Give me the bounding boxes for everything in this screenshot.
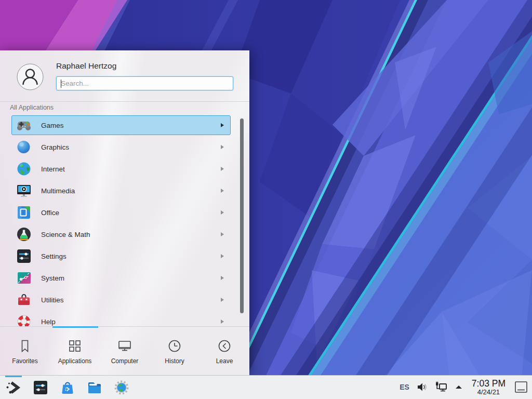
launcher-tabbar: Favorites Applications Computer	[0, 326, 249, 375]
menu-item-internet[interactable]: Internet	[11, 159, 231, 179]
user-name: Raphael Hertzog	[56, 61, 116, 71]
submenu-arrow-icon	[221, 210, 224, 215]
clock-date: 4/24/21	[472, 389, 506, 396]
submenu-arrow-icon	[221, 320, 224, 324]
text-caret	[61, 79, 61, 88]
application-launcher-popup: Raphael Hertzog All Applications	[0, 50, 249, 375]
submenu-arrow-icon	[221, 254, 224, 258]
office-doc-icon	[16, 204, 32, 221]
tab-favorites[interactable]: Favorites	[0, 327, 50, 375]
taskbar-panel: ES 7:03 PM 4/24/21	[0, 375, 532, 399]
keyboard-layout-indicator[interactable]: ES	[400, 383, 409, 391]
bookmark-icon	[17, 338, 33, 354]
submenu-arrow-icon	[221, 298, 224, 302]
submenu-arrow-icon	[221, 145, 224, 149]
leave-icon	[217, 338, 232, 354]
menu-item-office[interactable]: Office	[11, 203, 231, 222]
show-desktop-icon	[514, 381, 528, 393]
menu-item-utilities[interactable]: Utilities	[11, 290, 231, 310]
file-manager-button[interactable]	[84, 376, 105, 399]
tab-applications[interactable]: Applications	[50, 327, 100, 375]
submenu-arrow-icon	[221, 276, 224, 280]
tab-leave[interactable]: Leave	[200, 327, 249, 375]
system-tray: ES 7:03 PM 4/24/21	[400, 379, 532, 395]
user-avatar-icon[interactable]	[17, 63, 44, 90]
expand-tray-icon[interactable]	[455, 384, 463, 390]
search-box	[56, 76, 233, 90]
system-sliders-icon	[16, 270, 32, 286]
network-icon[interactable]	[434, 381, 448, 393]
tab-computer[interactable]: Computer	[100, 327, 150, 375]
discover-button[interactable]	[57, 376, 78, 399]
menu-item-settings[interactable]: Settings	[11, 246, 231, 266]
launcher-header: Raphael Hertzog	[0, 50, 249, 102]
media-screen-icon	[16, 182, 32, 199]
menu-item-science-math[interactable]: Science & Math	[11, 224, 231, 244]
system-settings-icon	[32, 379, 49, 396]
menu-item-games[interactable]: Games	[11, 115, 231, 135]
submenu-arrow-icon	[221, 189, 224, 193]
tab-history[interactable]: History	[150, 327, 200, 375]
section-label: All Applications	[10, 104, 54, 111]
gamepad-icon	[16, 117, 32, 134]
grid-icon	[67, 338, 83, 354]
web-browser-icon	[113, 379, 130, 396]
digital-clock[interactable]: 7:03 PM 4/24/21	[470, 379, 508, 395]
submenu-arrow-icon	[221, 167, 224, 171]
monitor-icon	[117, 338, 132, 354]
app-launcher-icon	[5, 379, 22, 396]
active-tab-indicator	[52, 326, 98, 328]
submenu-arrow-icon	[221, 232, 224, 236]
toolbox-icon	[16, 291, 32, 308]
category-list: Games Graphics	[0, 115, 249, 326]
app-launcher-button[interactable]	[3, 376, 24, 399]
menu-item-graphics[interactable]: Graphics	[11, 137, 231, 157]
clock-icon	[167, 338, 182, 354]
menu-item-multimedia[interactable]: Multimedia	[11, 181, 231, 201]
system-settings-button[interactable]	[30, 376, 51, 399]
file-manager-icon	[86, 379, 103, 396]
sphere-icon	[16, 139, 32, 155]
globe-icon	[16, 161, 32, 177]
sliders-icon	[16, 248, 32, 264]
search-input[interactable]	[57, 77, 233, 90]
lifebuoy-icon	[16, 313, 32, 326]
submenu-arrow-icon	[221, 123, 224, 127]
web-browser-button[interactable]	[111, 376, 132, 399]
scrollbar-handle[interactable]	[240, 118, 244, 313]
flask-icon	[16, 226, 32, 243]
show-desktop-button[interactable]	[514, 380, 528, 394]
menu-item-help[interactable]: Help	[11, 312, 231, 326]
menu-item-system[interactable]: System	[11, 268, 231, 288]
clock-time: 7:03 PM	[472, 379, 506, 388]
volume-icon[interactable]	[416, 381, 428, 393]
discover-icon	[59, 379, 76, 396]
